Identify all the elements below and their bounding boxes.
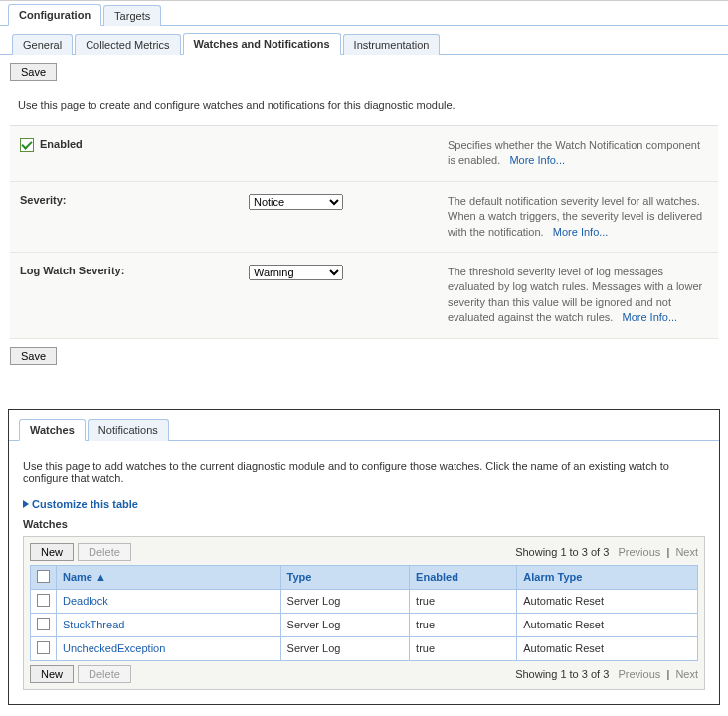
new-button-top[interactable]: New [30,543,74,561]
delete-button-bottom: Delete [78,665,131,683]
pager-bottom: Showing 1 to 3 of 3 Previous | Next [515,668,698,680]
table-row: UncheckedException Server Log true Autom… [31,636,698,660]
severity-label: Severity: [20,194,66,206]
enabled-checkbox[interactable] [20,138,34,152]
save-button-bottom[interactable]: Save [10,347,57,365]
table-row: Deadlock Server Log true Automatic Reset [31,589,698,613]
pager-next-top: Next [675,546,698,558]
sort-asc-icon: ▲ [95,571,106,583]
sub-tabs: General Collected Metrics Watches and No… [0,26,728,55]
col-type[interactable]: Type [280,565,410,589]
save-button-top[interactable]: Save [10,63,57,81]
expand-icon [23,500,29,508]
row-checkbox[interactable] [37,641,50,654]
panel-tab-notifications[interactable]: Notifications [88,419,169,441]
row-log-watch-severity: Log Watch Severity: Warning The threshol… [10,253,718,339]
table-row: StuckThread Server Log true Automatic Re… [31,613,698,636]
top-tabs: Configuration Targets [0,3,728,26]
enabled-label: Enabled [40,138,83,150]
watches-table: Name▲ Type Enabled Alarm Type Deadlock S… [30,565,698,661]
cell-enabled: true [410,589,517,613]
row-checkbox[interactable] [37,618,50,630]
col-name[interactable]: Name▲ [57,565,281,589]
customize-table-link[interactable]: Customize this table [23,498,705,510]
table-title: Watches [23,518,705,530]
cell-alarm-type: Automatic Reset [517,636,698,660]
enabled-more-info-link[interactable]: More Info... [509,154,565,166]
row-severity: Severity: Notice The default notificatio… [10,182,718,253]
watch-name-link[interactable]: StuckThread [63,619,124,630]
pager-previous-bottom: Previous [618,668,660,680]
pager-next-bottom: Next [675,668,698,680]
pager-top: Showing 1 to 3 of 3 Previous | Next [515,546,698,558]
cell-type: Server Log [280,636,410,660]
cell-enabled: true [410,636,517,660]
subtab-collected-metrics[interactable]: Collected Metrics [75,34,180,55]
severity-select[interactable]: Notice [249,194,343,210]
cell-alarm-type: Automatic Reset [517,613,698,636]
enabled-help: Specifies whether the Watch Notification… [448,139,700,166]
row-checkbox[interactable] [37,594,50,607]
watches-panel: Watches Notifications Use this page to a… [8,409,720,705]
tab-configuration[interactable]: Configuration [8,4,101,26]
delete-button-top: Delete [78,543,131,561]
log-watch-severity-label: Log Watch Severity: [20,265,124,276]
tab-targets[interactable]: Targets [103,5,161,26]
row-enabled: Enabled Specifies whether the Watch Noti… [10,126,718,182]
watch-name-link[interactable]: Deadlock [63,595,108,607]
cell-enabled: true [410,613,517,636]
log-watch-severity-select[interactable]: Warning [249,265,343,280]
subtab-general[interactable]: General [12,34,73,55]
col-select-all[interactable] [31,565,57,589]
col-enabled[interactable]: Enabled [410,565,517,589]
cell-type: Server Log [280,589,410,613]
subtab-watches-notifications[interactable]: Watches and Notifications [183,33,341,55]
new-button-bottom[interactable]: New [30,665,74,683]
panel-tab-watches[interactable]: Watches [19,419,86,441]
cell-alarm-type: Automatic Reset [517,589,698,613]
watch-name-link[interactable]: UncheckedException [63,642,165,654]
severity-more-info-link[interactable]: More Info... [553,226,609,238]
page-description: Use this page to create and configure wa… [18,99,718,111]
subtab-instrumentation[interactable]: Instrumentation [343,34,441,55]
pager-previous-top: Previous [618,546,660,558]
cell-type: Server Log [280,613,410,636]
col-alarm-type[interactable]: Alarm Type [517,565,698,589]
log-watch-severity-more-info-link[interactable]: More Info... [623,311,678,323]
panel-description: Use this page to add watches to the curr… [23,460,705,484]
